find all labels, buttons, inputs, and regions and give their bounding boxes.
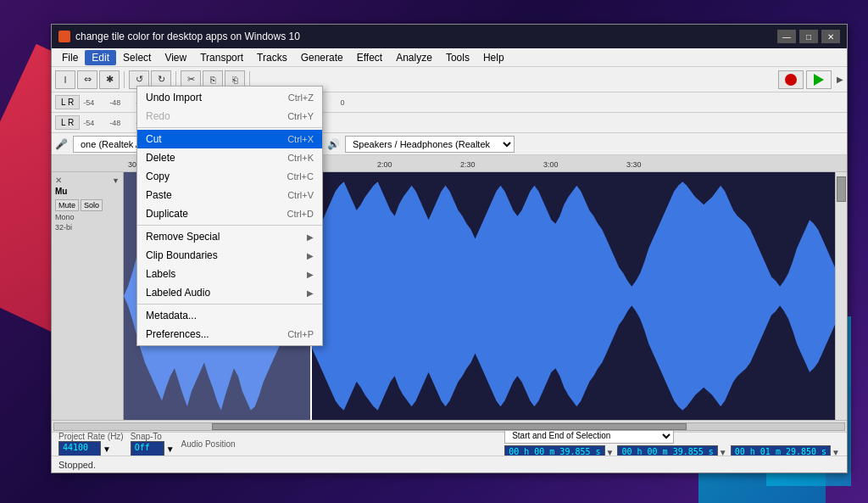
paste-shortcut: Ctrl+V xyxy=(287,190,314,200)
record-icon xyxy=(785,74,797,86)
menu-tracks[interactable]: Tracks xyxy=(250,50,294,65)
labels-label: Labels xyxy=(146,268,307,280)
menu-undo-import[interactable]: Undo Import Ctrl+Z xyxy=(137,88,322,107)
solo-button[interactable]: Solo xyxy=(81,199,103,211)
ruler-label-300: 3:00 xyxy=(543,160,559,169)
delete-shortcut: Ctrl+K xyxy=(287,153,314,163)
menu-edit[interactable]: Edit xyxy=(85,50,116,65)
paste-label: Paste xyxy=(146,189,287,201)
output-device-select[interactable]: Speakers / Headphones (Realtek xyxy=(345,136,515,153)
delete-label: Delete xyxy=(146,152,287,164)
metadata-label: Metadata... xyxy=(146,310,314,321)
labels-arrow: ▶ xyxy=(307,270,314,279)
menu-delete[interactable]: Delete Ctrl+K xyxy=(137,148,322,167)
title-bar-buttons: — □ ✕ xyxy=(777,30,840,43)
clip-boundaries-label: Clip Boundaries xyxy=(146,249,307,261)
speaker-icon: 🔊 xyxy=(327,138,340,150)
meter-toggle-btn-2[interactable]: L R xyxy=(55,115,80,130)
duplicate-shortcut: Ctrl+D xyxy=(287,209,314,219)
track-bit-depth: 32-bi xyxy=(55,223,120,232)
menu-sep-3 xyxy=(137,304,322,305)
menu-redo[interactable]: Redo Ctrl+Y xyxy=(137,107,322,126)
project-rate-label: Project Rate (Hz) xyxy=(58,432,124,441)
tool-select[interactable]: I xyxy=(55,70,75,89)
bottom-status-bar: Stopped. xyxy=(52,455,847,472)
project-rate-control: 44100 ▼ xyxy=(58,441,111,456)
menu-cut[interactable]: Cut Ctrl+X xyxy=(137,130,322,148)
mute-button[interactable]: Mute xyxy=(55,199,79,211)
volume-label: ▶ xyxy=(837,75,843,84)
minimize-button[interactable]: — xyxy=(777,30,796,43)
horizontal-scrollbar[interactable] xyxy=(52,420,847,432)
menu-effect[interactable]: Effect xyxy=(350,50,389,65)
menu-copy[interactable]: Copy Ctrl+C xyxy=(137,167,322,186)
snap-to-group: Snap-To Off ▼ xyxy=(131,432,175,456)
vertical-scrollbar[interactable] xyxy=(835,172,847,420)
duplicate-label: Duplicate xyxy=(146,208,287,220)
ruler-label-230: 2:30 xyxy=(460,160,476,169)
menu-generate[interactable]: Generate xyxy=(294,50,350,65)
project-rate-value: 44100 xyxy=(58,441,101,456)
redo-shortcut: Ctrl+Y xyxy=(287,111,314,121)
track-type: Mono xyxy=(55,213,120,221)
edit-menu: Undo Import Ctrl+Z Redo Ctrl+Y Cut Ctrl+… xyxy=(136,86,323,346)
menu-labeled-audio[interactable]: Labeled Audio ▶ xyxy=(137,283,322,302)
main-window: change tile color for desktop apps on Wi… xyxy=(51,24,848,473)
preferences-label: Preferences... xyxy=(146,328,287,340)
v-scrollbar-thumb[interactable] xyxy=(837,176,846,202)
snap-to-label: Snap-To xyxy=(131,432,162,441)
close-button[interactable]: ✕ xyxy=(821,30,840,43)
btn-record[interactable] xyxy=(778,70,804,89)
menu-duplicate[interactable]: Duplicate Ctrl+D xyxy=(137,204,322,223)
menu-file[interactable]: File xyxy=(55,50,85,65)
stopped-text: Stopped. xyxy=(58,460,96,470)
volume-control: ▶ xyxy=(837,75,843,84)
audio-position-label: Audio Position xyxy=(181,439,236,449)
track-name: Mu xyxy=(55,187,120,196)
title-bar: change tile color for desktop apps on Wi… xyxy=(52,25,847,48)
menu-select[interactable]: Select xyxy=(116,50,158,65)
menu-clip-boundaries[interactable]: Clip Boundaries ▶ xyxy=(137,246,322,265)
meter-toggle-btn[interactable]: L R xyxy=(55,95,80,109)
ruler-label-200: 2:00 xyxy=(377,160,392,169)
snap-to-control: Off ▼ xyxy=(131,441,175,456)
menu-view[interactable]: View xyxy=(158,50,193,65)
track-close-x[interactable]: ✕ xyxy=(55,176,62,185)
menu-tools[interactable]: Tools xyxy=(439,50,476,65)
project-rate-dropdown[interactable]: ▼ xyxy=(103,444,111,454)
menu-sep-1 xyxy=(137,127,322,128)
app-icon xyxy=(58,31,70,42)
mic-icon: 🎤 xyxy=(55,138,68,150)
menu-paste[interactable]: Paste Ctrl+V xyxy=(137,186,322,204)
tool-multi[interactable]: ✱ xyxy=(99,70,120,89)
track-collapse[interactable]: ▼ xyxy=(112,176,120,185)
copy-label: Copy xyxy=(146,170,287,182)
window-title: change tile color for desktop apps on Wi… xyxy=(75,31,777,42)
copy-shortcut: Ctrl+C xyxy=(287,171,314,182)
clip-boundaries-arrow: ▶ xyxy=(307,251,314,260)
preferences-shortcut: Ctrl+P xyxy=(287,329,314,339)
track-controls: ✕ ▼ Mu Mute Solo Mono 32-bi xyxy=(52,172,124,420)
play-icon xyxy=(814,74,824,86)
snap-to-dropdown[interactable]: ▼ xyxy=(166,444,175,454)
cut-shortcut: Ctrl+X xyxy=(287,134,314,144)
menu-labels[interactable]: Labels ▶ xyxy=(137,265,322,283)
scrollbar-track[interactable] xyxy=(53,422,845,431)
menu-preferences[interactable]: Preferences... Ctrl+P xyxy=(137,325,322,344)
menu-remove-special[interactable]: Remove Special ▶ xyxy=(137,227,322,246)
tool-timeshift[interactable]: ⇔ xyxy=(77,70,97,89)
cut-label: Cut xyxy=(146,133,287,145)
scrollbar-thumb[interactable] xyxy=(212,423,686,430)
ruler-label-30: 30 xyxy=(128,160,136,169)
undo-import-shortcut: Ctrl+Z xyxy=(288,92,314,103)
undo-import-label: Undo Import xyxy=(146,92,288,103)
menu-bar: File Edit Select View Transport Tracks G… xyxy=(52,48,847,67)
maximize-button[interactable]: □ xyxy=(799,30,818,43)
menu-sep-2 xyxy=(137,225,322,226)
menu-help[interactable]: Help xyxy=(476,50,511,65)
btn-play[interactable] xyxy=(806,70,832,89)
menu-analyze[interactable]: Analyze xyxy=(389,50,439,65)
menu-transport[interactable]: Transport xyxy=(193,50,250,65)
menu-metadata[interactable]: Metadata... xyxy=(137,306,322,325)
remove-special-label: Remove Special xyxy=(146,231,307,243)
